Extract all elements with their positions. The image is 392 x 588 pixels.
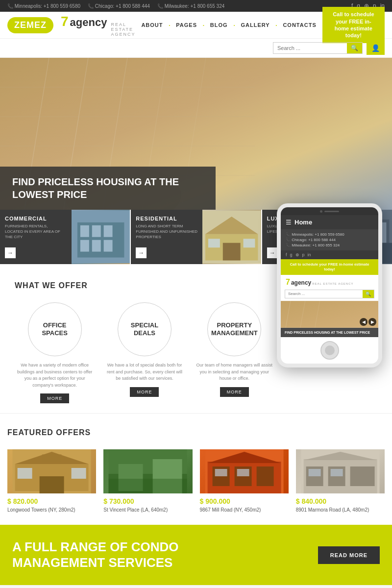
nav-gallery[interactable]: GALLERY <box>235 22 275 28</box>
offer-deals-btn[interactable]: MORE <box>130 387 159 397</box>
mobile-hero-text: FIND PRICELESS HOUSING AT THE LOWEST PRI… <box>281 328 378 337</box>
mobile-phone-3: 📞 Milwaukee: +1 800 655 324 <box>286 243 373 248</box>
prop-card-residential-desc: LONG AND SHORT TERM FURNISHED AND UNFURN… <box>136 223 197 240</box>
nav-contacts[interactable]: CONTACTS <box>277 22 322 28</box>
svg-rect-15 <box>92 225 101 237</box>
svg-rect-14 <box>80 225 89 237</box>
svg-rect-54 <box>237 469 249 476</box>
condo-read-more-button[interactable]: READ MORE <box>318 546 380 564</box>
offer-office-desc: We have a variety of modern office build… <box>15 362 95 389</box>
featured-name-4: 8901 Marmora Road (LA, 480m2) <box>296 507 385 513</box>
svg-rect-39 <box>40 476 64 493</box>
featured-price-3: $ 900.000 <box>200 497 289 505</box>
search-input[interactable] <box>273 43 347 53</box>
prop-card-luxury-arrow[interactable]: → <box>267 247 278 258</box>
prop-card-residential-img <box>202 210 261 264</box>
nav-about[interactable]: ABOUT <box>135 22 169 28</box>
mobile-next-arrow[interactable]: ▶ <box>368 318 376 326</box>
agency-name: agency <box>70 16 107 29</box>
featured-item-4[interactable]: $ 840.000 8901 Marmora Road (LA, 480m2) <box>296 449 385 513</box>
prop-card-residential-arrow[interactable]: → <box>136 247 147 258</box>
offer-property-management: PROPERTYMANAGEMENT Our team of home mana… <box>195 302 274 403</box>
svg-rect-17 <box>80 240 89 252</box>
svg-rect-52 <box>256 466 273 486</box>
offer-circle-office: OFFICESPACES <box>28 302 82 356</box>
offer-special-deals: SPECIALDEALS We have a lot of special de… <box>104 302 184 403</box>
svg-rect-62 <box>308 469 320 476</box>
mobile-social-row: f g ⊕ p in <box>281 250 378 259</box>
featured-title: FEATURED OFFERS <box>7 428 385 437</box>
prop-card-residential-title: RESIDENTIAL <box>136 216 197 221</box>
featured-name-3: 9867 Mill Road (NY, 450m2) <box>200 507 289 513</box>
mobile-rss-icon[interactable]: ⊕ <box>295 252 299 257</box>
prop-card-commercial-arrow[interactable]: → <box>5 247 16 258</box>
svg-rect-24 <box>208 239 220 247</box>
svg-rect-61 <box>350 466 374 486</box>
mobile-cta[interactable]: Call to schedule your FREE in-home estim… <box>281 259 378 275</box>
hero-overlay: FIND PRICELESS HOUSING AT THE LOWEST PRI… <box>0 167 216 210</box>
prop-card-commercial-desc: FURNISHED RENTALS, LOCATED IN EVERY AREA… <box>5 223 67 240</box>
svg-rect-63 <box>330 469 343 476</box>
svg-rect-47 <box>109 479 187 493</box>
header-cta[interactable]: Call to schedule your FREE in-home estim… <box>322 7 385 43</box>
zemez-logo[interactable]: ZEMEZ <box>7 17 53 33</box>
mobile-nav: ☰ Home <box>281 215 378 229</box>
agency-number: 7 <box>61 14 69 29</box>
mobile-home-label: Home <box>294 219 312 226</box>
featured-item-1[interactable]: $ 820.000 Longwood Towers (NY, 280m2) <box>7 449 96 513</box>
offer-circle-property: PROPERTYMANAGEMENT <box>207 302 261 356</box>
main-nav: ABOUT • PAGES • BLOG • GALLERY • CONTACT… <box>135 22 322 28</box>
mobile-hero: ◀ ▶ <box>281 301 378 328</box>
hero-section: FIND PRICELESS HOUSING AT THE LOWEST PRI… <box>0 58 392 210</box>
offer-property-title: PROPERTYMANAGEMENT <box>211 321 258 338</box>
mobile-li-icon[interactable]: in <box>308 252 311 257</box>
mobile-agency-subtitle: REAL ESTATE AGENCY <box>312 282 353 285</box>
header: ZEMEZ 7 agency REAL ESTATE AGENCY ABOUT … <box>0 12 392 39</box>
mobile-search-input[interactable] <box>285 290 363 297</box>
featured-img-3 <box>200 449 289 493</box>
phone-chicago[interactable]: 📞 Chicago: +1 800 588 444 <box>88 3 150 9</box>
offer-office-btn[interactable]: MORE <box>40 393 69 403</box>
mobile-top-bar <box>281 207 378 215</box>
featured-item-2[interactable]: $ 730.000 St Vincent Place (LA, 640m2) <box>103 449 192 513</box>
svg-rect-53 <box>215 469 227 476</box>
search-button[interactable]: 🔍 <box>347 43 362 53</box>
mobile-agency-name: agency <box>291 279 311 286</box>
top-bar-phones: 📞 Minneapolis: +1 800 559 6580 📞 Chicago… <box>7 3 224 9</box>
offer-circle-deals: SPECIALDEALS <box>118 302 172 356</box>
mobile-slider-arrows: ◀ ▶ <box>360 318 376 326</box>
user-icon[interactable]: 👤 <box>367 41 385 55</box>
submit-section: SUBMIT <box>0 585 392 588</box>
offer-property-btn[interactable]: MORE <box>220 387 249 397</box>
svg-rect-42 <box>42 454 62 462</box>
featured-item-3[interactable]: $ 900.000 9867 Mill Road (NY, 450m2) <box>200 449 289 513</box>
offer-office-title: OFFICESPACES <box>42 321 68 338</box>
nav-pages[interactable]: PAGES <box>170 22 203 28</box>
mobile-gplus-icon[interactable]: g <box>290 252 293 257</box>
header-logo-area: ZEMEZ 7 agency REAL ESTATE AGENCY <box>7 14 135 37</box>
prop-card-residential: RESIDENTIAL LONG AND SHORT TERM FURNISHE… <box>131 210 262 264</box>
nav-blog[interactable]: BLOG <box>204 22 234 28</box>
featured-section: FEATURED OFFERS $ 820.000 Longwood Tower <box>0 413 392 525</box>
svg-rect-41 <box>72 468 86 479</box>
featured-name-2: St Vincent Place (LA, 640m2) <box>103 507 192 513</box>
mobile-mockup: ☰ Home 📞 Minneapolis: +1 800 559 6580 📞 … <box>277 203 382 368</box>
offer-property-desc: Our team of home managers will assist yo… <box>195 362 274 382</box>
mobile-home-button[interactable] <box>320 341 339 360</box>
mobile-fb-icon[interactable]: f <box>286 252 287 257</box>
mobile-prev-arrow[interactable]: ◀ <box>360 318 368 326</box>
mobile-hamburger-icon[interactable]: ☰ <box>286 219 292 226</box>
phone-minneapolis[interactable]: 📞 Minneapolis: +1 800 559 6580 <box>7 3 80 9</box>
mobile-search-button[interactable]: 🔍 <box>363 290 374 298</box>
featured-price-2: $ 730.000 <box>103 497 192 505</box>
featured-name-1: Longwood Towers (NY, 280m2) <box>7 507 96 513</box>
phone-milwaukee[interactable]: 📞 Milwaukee: +1 800 655 324 <box>157 3 224 9</box>
mobile-contacts: 📞 Minneapolis: +1 800 559 6580 📞 Chicago… <box>281 229 378 250</box>
prop-card-commercial: COMMERCIAL FURNISHED RENTALS, LOCATED IN… <box>0 210 131 264</box>
mobile-phone-2: 📞 Chicago: +1 800 588 444 <box>286 237 373 243</box>
offer-deals-title: SPECIALDEALS <box>131 321 158 338</box>
svg-rect-18 <box>92 240 101 252</box>
search-box: 🔍 <box>273 42 363 54</box>
mobile-pin-icon[interactable]: p <box>302 252 305 257</box>
agency-logo[interactable]: 7 agency REAL ESTATE AGENCY <box>61 14 135 37</box>
